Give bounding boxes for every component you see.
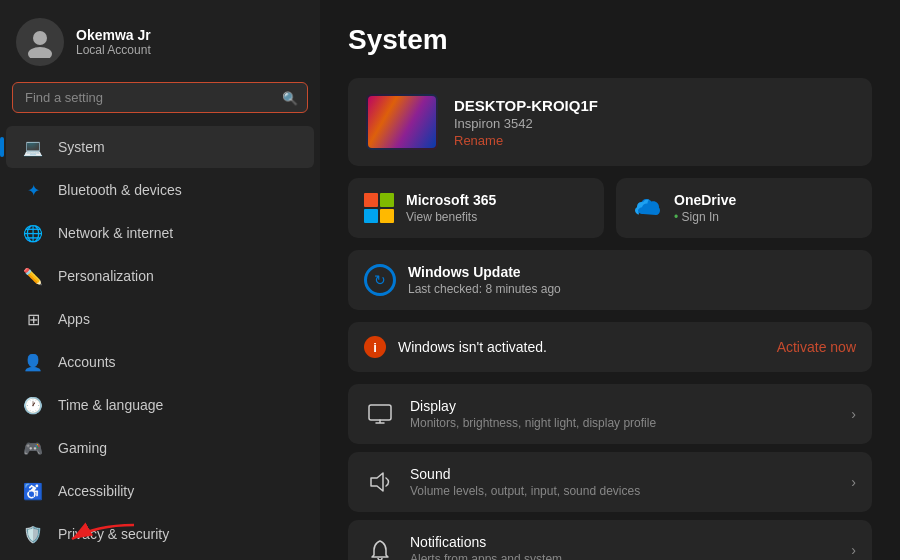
microsoft365-card[interactable]: Microsoft 365 View benefits (348, 178, 604, 238)
sidebar-item-label: Gaming (58, 440, 107, 456)
user-type: Local Account (76, 43, 151, 57)
search-input[interactable] (12, 82, 308, 113)
sound-sub: Volume levels, output, input, sound devi… (410, 484, 837, 498)
apps-icon: ⊞ (22, 308, 44, 330)
sidebar-item-gaming[interactable]: 🎮 Gaming (6, 427, 314, 469)
network-icon: 🌐 (22, 222, 44, 244)
privacy-icon: 🛡️ (22, 523, 44, 545)
personalization-icon: ✏️ (22, 265, 44, 287)
sidebar-item-label: Network & internet (58, 225, 173, 241)
search-icon: 🔍 (282, 90, 298, 105)
avatar (16, 18, 64, 66)
update-title: Windows Update (408, 264, 856, 280)
notifications-title: Notifications (410, 534, 837, 550)
sidebar-item-privacy[interactable]: 🛡️ Privacy & security (6, 513, 314, 555)
user-profile[interactable]: Okemwa Jr Local Account (0, 0, 320, 80)
time-icon: 🕐 (22, 394, 44, 416)
update-sub: Last checked: 8 minutes ago (408, 282, 856, 296)
accounts-icon: 👤 (22, 351, 44, 373)
sidebar-item-network[interactable]: 🌐 Network & internet (6, 212, 314, 254)
sidebar-item-bluetooth[interactable]: ✦ Bluetooth & devices (6, 169, 314, 211)
sidebar-item-label: System (58, 139, 105, 155)
svg-rect-3 (369, 405, 391, 420)
windows-update-card[interactable]: ↻ Windows Update Last checked: 8 minutes… (348, 250, 872, 310)
sidebar-item-label: Accessibility (58, 483, 134, 499)
microsoft365-title: Microsoft 365 (406, 192, 496, 208)
sidebar-item-accounts[interactable]: 👤 Accounts (6, 341, 314, 383)
nav-list: 💻 System ✦ Bluetooth & devices 🌐 Network… (0, 121, 320, 560)
onedrive-card[interactable]: OneDrive • Sign In (616, 178, 872, 238)
main-content: System DESKTOP-KROIQ1F Inspiron 3542 Ren… (320, 0, 900, 560)
onedrive-icon (632, 193, 662, 223)
user-name: Okemwa Jr (76, 27, 151, 43)
chevron-right-icon: › (851, 542, 856, 558)
warning-icon: i (364, 336, 386, 358)
device-card: DESKTOP-KROIQ1F Inspiron 3542 Rename (348, 78, 872, 166)
activate-now-link[interactable]: Activate now (777, 339, 856, 355)
notifications-sub: Alerts from apps and system (410, 552, 837, 560)
activation-card: i Windows isn't activated. Activate now (348, 322, 872, 372)
sidebar-item-label: Personalization (58, 268, 154, 284)
sidebar-item-label: Apps (58, 311, 90, 327)
display-title: Display (410, 398, 837, 414)
microsoft365-sub: View benefits (406, 210, 496, 224)
svg-point-0 (33, 31, 47, 45)
info-row: Microsoft 365 View benefits OneDrive • S… (348, 178, 872, 238)
chevron-right-icon: › (851, 406, 856, 422)
svg-marker-4 (371, 473, 383, 491)
display-icon (364, 398, 396, 430)
sidebar-item-system[interactable]: 💻 System (6, 126, 314, 168)
search-box[interactable]: 🔍 (12, 82, 308, 113)
device-thumbnail (366, 94, 438, 150)
device-name: DESKTOP-KROIQ1F (454, 97, 854, 114)
sidebar-item-label: Bluetooth & devices (58, 182, 182, 198)
display-setting[interactable]: Display Monitors, brightness, night ligh… (348, 384, 872, 444)
sound-title: Sound (410, 466, 837, 482)
sidebar-item-label: Time & language (58, 397, 163, 413)
chevron-right-icon: › (851, 474, 856, 490)
sidebar: Okemwa Jr Local Account 🔍 💻 System ✦ Blu… (0, 0, 320, 560)
device-rename-link[interactable]: Rename (454, 133, 854, 148)
display-sub: Monitors, brightness, night light, displ… (410, 416, 837, 430)
activation-text: Windows isn't activated. (398, 339, 765, 355)
sidebar-item-time[interactable]: 🕐 Time & language (6, 384, 314, 426)
notifications-icon (364, 534, 396, 560)
system-icon: 💻 (22, 136, 44, 158)
onedrive-sub: • Sign In (674, 210, 736, 224)
sound-icon (364, 466, 396, 498)
microsoft-icon (364, 193, 394, 223)
update-icon: ↻ (364, 264, 396, 296)
onedrive-title: OneDrive (674, 192, 736, 208)
sound-setting[interactable]: Sound Volume levels, output, input, soun… (348, 452, 872, 512)
sidebar-item-accessibility[interactable]: ♿ Accessibility (6, 470, 314, 512)
notifications-setting[interactable]: Notifications Alerts from apps and syste… (348, 520, 872, 560)
svg-point-1 (28, 47, 52, 58)
page-title: System (348, 24, 872, 56)
sidebar-item-label: Privacy & security (58, 526, 169, 542)
device-model: Inspiron 3542 (454, 116, 854, 131)
sidebar-item-apps[interactable]: ⊞ Apps (6, 298, 314, 340)
sidebar-item-personalization[interactable]: ✏️ Personalization (6, 255, 314, 297)
accessibility-icon: ♿ (22, 480, 44, 502)
sidebar-item-label: Accounts (58, 354, 116, 370)
gaming-icon: 🎮 (22, 437, 44, 459)
bluetooth-icon: ✦ (22, 179, 44, 201)
